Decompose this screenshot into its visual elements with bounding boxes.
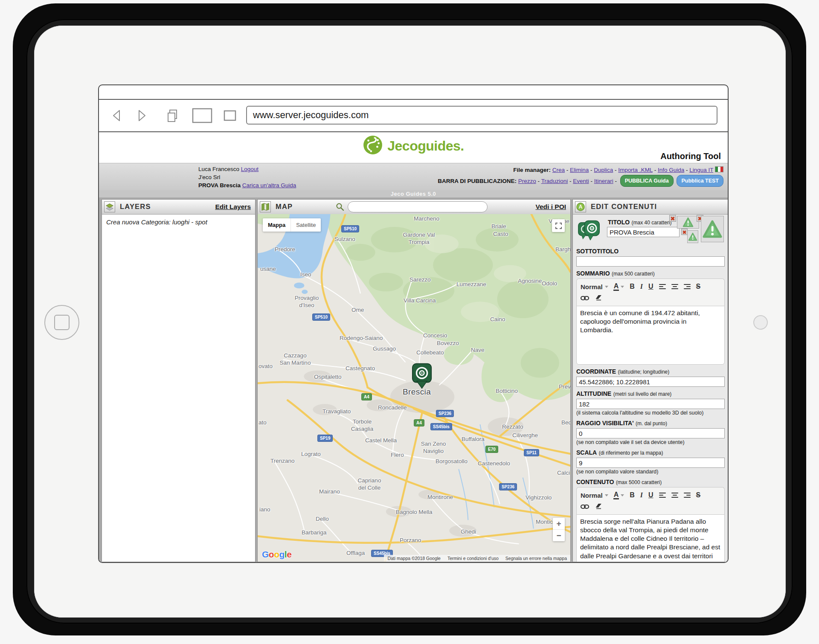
- tabs-copy-icon[interactable]: [166, 108, 179, 123]
- search-icon: [335, 202, 345, 213]
- fullscreen-button[interactable]: [552, 219, 565, 232]
- scala-input[interactable]: [576, 458, 725, 468]
- small-window-icon[interactable]: [224, 110, 236, 121]
- delete-image-button[interactable]: [681, 229, 688, 235]
- file-manager-link[interactable]: Info Guida: [658, 167, 684, 173]
- scala-hint: (di riferimento per la mappa): [599, 450, 663, 456]
- raggio-label: RAGGIO VISIBILITA': [576, 420, 634, 426]
- terms-link[interactable]: Termini e condizioni d'uso: [447, 556, 499, 561]
- file-manager-link[interactable]: Crea: [552, 167, 565, 173]
- zoom-out-button[interactable]: −: [553, 529, 565, 541]
- map-data-copyright: Dati mappa ©2018 Google: [387, 556, 440, 561]
- sommario-label: SOMMARIO: [576, 270, 610, 277]
- delete-image-button[interactable]: [669, 215, 676, 222]
- chevron-down-icon: [621, 494, 624, 496]
- view-poi-link[interactable]: Vedi i POI: [536, 203, 566, 211]
- strikethrough-button[interactable]: S: [696, 282, 701, 291]
- sottotitolo-input[interactable]: [576, 256, 725, 267]
- sommario-textarea[interactable]: Brescia è un comune di 194.472 abitanti,…: [576, 306, 725, 365]
- style-select[interactable]: Normal: [581, 283, 608, 290]
- contenuto-hint: (max 5000 caratteri): [616, 479, 662, 485]
- warning-image-thumb-large[interactable]: [701, 216, 724, 242]
- warning-image-thumb[interactable]: [677, 216, 699, 229]
- edit-layers-link[interactable]: Edit Layers: [215, 203, 251, 211]
- altitudine-hint: (metri sul livello del mare): [613, 391, 672, 397]
- contenuto-textarea[interactable]: Brescia sorge nell'alta Pianura Padana a…: [576, 514, 725, 562]
- back-button-icon[interactable]: [111, 109, 122, 122]
- brand-header: Jecoguides. Authoring Tool: [99, 131, 728, 163]
- file-manager-link[interactable]: Importa .KML: [618, 167, 653, 173]
- jecoguides-logo-icon: [363, 135, 383, 157]
- layers-icon: [104, 201, 115, 212]
- coordinate-input[interactable]: [576, 377, 725, 387]
- file-manager-link[interactable]: Lingua IT: [689, 167, 713, 173]
- home-button-square-icon: [54, 315, 70, 330]
- create-category-link[interactable]: Crea nuova Categoria: luoghi - spot: [102, 215, 255, 229]
- raggio-hint: (m. dal punto): [636, 421, 667, 426]
- file-manager-link[interactable]: Elimina: [570, 167, 589, 173]
- publish-guide-button[interactable]: PUBBLICA Guida: [620, 175, 674, 187]
- clean-format-button[interactable]: [595, 503, 603, 511]
- titolo-label: TITOLO: [608, 219, 630, 226]
- link-button[interactable]: [581, 295, 589, 302]
- align-center-button[interactable]: [671, 284, 678, 290]
- link-button[interactable]: [581, 503, 589, 511]
- publish-test-button[interactable]: Pubblica TEST: [677, 175, 723, 187]
- titolo-input[interactable]: [607, 227, 680, 237]
- company-name: J'eco Srl: [198, 174, 220, 180]
- chevron-down-icon: [605, 494, 608, 496]
- publish-links: Prezzo - Traduzioni - Eventi - Itinerari…: [518, 178, 619, 184]
- map-type-mappa-button[interactable]: Mappa: [263, 218, 290, 232]
- map-search-input[interactable]: [348, 201, 488, 212]
- file-manager-link[interactable]: Duplica: [594, 167, 613, 173]
- url-input[interactable]: [246, 106, 717, 125]
- report-error-link[interactable]: Segnala un errore nella mappa: [505, 556, 567, 561]
- underline-button[interactable]: U: [648, 491, 653, 499]
- scala-label: SCALA: [576, 449, 597, 456]
- align-right-button[interactable]: [684, 284, 691, 290]
- font-color-button[interactable]: A: [614, 282, 624, 291]
- sommario-toolbar: Normal A B I U S: [576, 278, 725, 306]
- zoom-control[interactable]: + −: [553, 518, 565, 541]
- layers-panel: LAYERS Edit Layers Crea nuova Categoria:…: [102, 199, 256, 562]
- map-type-control[interactable]: Mappa Satellite: [263, 218, 321, 232]
- publish-link[interactable]: Prezzo: [518, 178, 536, 184]
- camera-icon: [753, 315, 768, 330]
- brand-name: Jecoguides.: [387, 138, 464, 154]
- map-canvas[interactable]: SP510SP510A4A4SP236SS45bisSP19E70SP11SP2…: [258, 214, 570, 562]
- zoom-in-button[interactable]: +: [553, 518, 565, 529]
- publish-link[interactable]: Eventi: [573, 178, 589, 184]
- italic-button[interactable]: I: [640, 282, 643, 291]
- bold-button[interactable]: B: [630, 491, 635, 499]
- edit-form: TITOLO (max 40 caratteri): [573, 214, 728, 562]
- google-logo: Google: [262, 549, 291, 560]
- altitudine-input[interactable]: [576, 399, 725, 409]
- font-color-button[interactable]: A: [614, 491, 624, 499]
- publish-link[interactable]: Traduzioni: [541, 178, 568, 184]
- publish-link[interactable]: Itinerari: [594, 178, 613, 184]
- chevron-down-icon: [621, 286, 624, 288]
- poi-logo-icon: [576, 218, 601, 244]
- map-basemap: [258, 214, 570, 562]
- warning-image-thumb-small[interactable]: [687, 230, 698, 243]
- forward-button-icon[interactable]: [136, 109, 148, 122]
- align-left-button[interactable]: [659, 493, 666, 498]
- window-icon[interactable]: [192, 108, 212, 123]
- logout-link[interactable]: Logout: [241, 166, 258, 172]
- align-center-button[interactable]: [671, 493, 678, 498]
- file-manager-links: Crea - Elimina - Duplica - Importa .KML …: [552, 167, 713, 173]
- clean-format-button[interactable]: [595, 295, 603, 302]
- workspace: LAYERS Edit Layers Crea nuova Categoria:…: [99, 197, 728, 562]
- style-select[interactable]: Normal: [581, 492, 608, 499]
- map-type-satellite-button[interactable]: Satellite: [290, 218, 321, 232]
- underline-button[interactable]: U: [648, 282, 653, 291]
- align-left-button[interactable]: [659, 284, 666, 290]
- align-right-button[interactable]: [684, 493, 691, 498]
- load-guide-link[interactable]: Carica un'altra Guida: [242, 182, 296, 189]
- raggio-input[interactable]: [576, 428, 725, 438]
- italic-button[interactable]: I: [640, 491, 643, 499]
- strikethrough-button[interactable]: S: [696, 491, 701, 499]
- home-button[interactable]: [44, 305, 79, 340]
- bold-button[interactable]: B: [630, 282, 635, 291]
- coordinate-label: COORDINATE: [576, 368, 616, 375]
